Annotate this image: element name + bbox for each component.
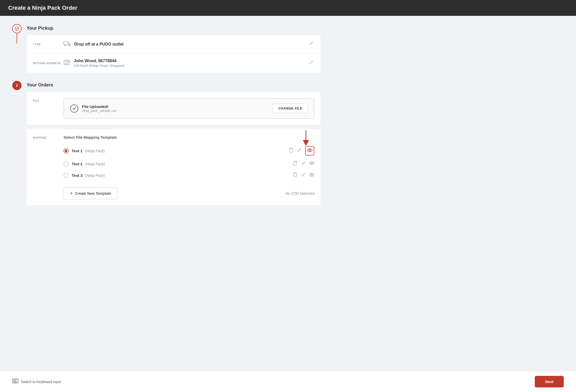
template-1-radio[interactable] <box>63 148 69 154</box>
template-3-eye-icon[interactable] <box>309 173 314 178</box>
template-2-type: (Ninja Pack) <box>85 162 105 166</box>
template-2-eye-icon[interactable] <box>309 161 314 167</box>
file-section: FILE File Uploaded! <box>27 92 321 125</box>
template-2-name: Test 2 <box>72 162 82 166</box>
svg-rect-19 <box>15 381 15 382</box>
svg-rect-18 <box>13 381 14 382</box>
change-file-button[interactable]: CHANGE FILE <box>273 104 308 113</box>
create-template-button[interactable]: + Create New Template <box>63 187 118 199</box>
template-row-3: Test 3 (Ninja Pack) <box>63 170 314 181</box>
file-name: ninja_pack_sample.csv <box>82 109 116 113</box>
pickup-card: TYPE Drop off at a PUDO outlet <box>27 35 321 73</box>
svg-point-0 <box>15 27 19 31</box>
svg-point-11 <box>311 162 313 164</box>
step1-container: Your Pickup TYPE Drop off at a PU <box>12 24 321 81</box>
step2-title: Your Orders <box>27 82 321 88</box>
no-cod-label: No COD Detected <box>285 191 314 195</box>
svg-rect-15 <box>13 380 14 380</box>
mapping-section: MAPPING Select File Mapping Template Tes… <box>27 129 321 205</box>
file-section-inner: FILE File Uploaded! <box>33 98 314 119</box>
svg-rect-16 <box>15 380 15 380</box>
page-title: Create a Ninja Pack Order <box>8 5 77 11</box>
mapping-inner: MAPPING Select File Mapping Template Tes… <box>33 135 314 199</box>
template-3-edit-icon[interactable] <box>301 172 306 178</box>
file-uploaded-text: File Uploaded! <box>82 104 116 109</box>
template-2-actions <box>293 161 314 167</box>
step2-container: 2 Your Orders FILE <box>12 81 321 214</box>
step1-circle <box>12 24 22 33</box>
template-1-eye-icon[interactable] <box>305 146 314 156</box>
address-label: RETURN ADDRESS <box>33 62 63 65</box>
main-content: Your Pickup TYPE Drop off at a PU <box>0 16 333 222</box>
checkmark-icon <box>15 26 19 31</box>
template-3-actions <box>293 172 314 179</box>
template-2-radio[interactable] <box>63 161 69 167</box>
create-template-label: Create New Template <box>75 191 111 195</box>
svg-rect-1 <box>64 41 68 45</box>
template-3-name: Test 3 <box>72 173 82 178</box>
file-upload-box: File Uploaded! ninja_pack_sample.csv CHA… <box>63 98 314 119</box>
template-row-2: Test 2 (Ninja Pack) <box>63 158 314 170</box>
type-edit-icon[interactable] <box>308 40 314 48</box>
template-3-radio[interactable] <box>63 173 69 178</box>
template-2-delete-icon[interactable] <box>293 161 297 167</box>
svg-rect-20 <box>16 381 17 382</box>
step1-indicator <box>12 24 22 43</box>
type-label: TYPE <box>33 43 63 46</box>
svg-point-3 <box>69 45 70 46</box>
svg-rect-21 <box>14 382 17 383</box>
svg-point-12 <box>310 173 314 176</box>
address-value: John Wood, 66778844 109 North Bridge Roa… <box>74 59 308 68</box>
type-value: Drop off at a PUDO outlet <box>74 42 308 47</box>
template-3-type: (Ninja Pack) <box>85 173 105 178</box>
building-icon <box>63 60 70 67</box>
svg-point-13 <box>311 174 313 176</box>
svg-point-7 <box>309 149 311 151</box>
file-check-circle <box>70 104 78 113</box>
template-1-delete-icon[interactable] <box>289 148 293 154</box>
page-header: Create a Ninja Pack Order <box>0 0 576 16</box>
template-1-name: Test 1 <box>72 149 82 153</box>
step2-indicator: 2 <box>12 81 22 90</box>
template-3-delete-icon[interactable] <box>293 172 297 179</box>
template-1-type: (Ninja Pack) <box>85 149 105 153</box>
plus-icon: + <box>70 191 73 196</box>
mapping-label: MAPPING <box>33 136 63 139</box>
file-info: File Uploaded! ninja_pack_sample.csv <box>70 104 116 113</box>
return-address-row: RETURN ADDRESS John Wood, 66778844 109 N… <box>27 53 321 73</box>
file-check-icon <box>72 106 76 111</box>
step1-content: Your Pickup TYPE Drop off at a PU <box>27 24 321 81</box>
svg-rect-4 <box>64 61 70 65</box>
create-template-row: + Create New Template No COD Detected <box>63 185 314 199</box>
file-label: FILE <box>33 99 63 102</box>
template-1-actions <box>289 146 314 156</box>
mapping-body: Select File Mapping Template Test 1 (Nin… <box>63 135 314 199</box>
next-button[interactable]: Next <box>535 376 564 387</box>
keyboard-switch[interactable]: Switch to Keyboard Input <box>12 379 61 385</box>
svg-point-10 <box>310 162 314 165</box>
step2-content: Your Orders FILE <box>27 81 321 214</box>
svg-rect-17 <box>16 380 17 380</box>
svg-point-6 <box>307 149 312 152</box>
keyboard-icon <box>12 379 18 385</box>
step2-circle: 2 <box>12 81 22 90</box>
step1-line <box>17 33 17 43</box>
svg-point-2 <box>65 45 66 46</box>
svg-rect-5 <box>67 62 68 63</box>
template-1-edit-icon[interactable] <box>297 148 302 154</box>
pickup-type-row: TYPE Drop off at a PUDO outlet <box>27 35 321 53</box>
bottom-bar: Switch to Keyboard Input Next <box>0 371 576 392</box>
truck-icon <box>63 41 71 48</box>
template-2-edit-icon[interactable] <box>301 161 306 167</box>
mapping-title: Select File Mapping Template <box>63 135 314 139</box>
step1-title: Your Pickup <box>27 26 321 31</box>
address-edit-icon[interactable] <box>308 59 314 67</box>
keyboard-switch-label: Switch to Keyboard Input <box>21 380 61 384</box>
template-row-1: Test 1 (Ninja Pack) <box>63 144 314 158</box>
file-body: File Uploaded! ninja_pack_sample.csv CHA… <box>63 98 314 119</box>
